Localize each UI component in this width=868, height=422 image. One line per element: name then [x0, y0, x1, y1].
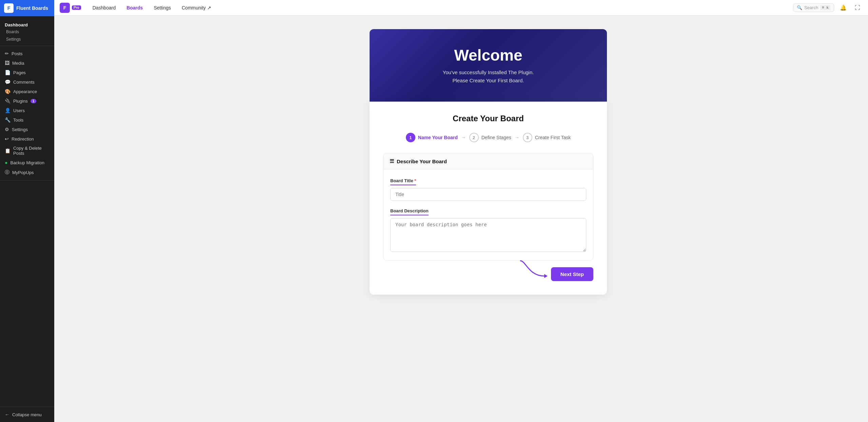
describe-body: Board Title * Board Description — [383, 169, 593, 260]
sidebar-item-appearance[interactable]: 🎨 Appearance — [0, 87, 54, 96]
appearance-icon: 🎨 — [5, 89, 11, 94]
topbar-nav-dashboard[interactable]: Dashboard — [88, 3, 121, 13]
welcome-title: Welcome — [383, 46, 593, 64]
board-description-label: Board Description — [390, 208, 429, 215]
sidebar-item-label-pages: Pages — [13, 70, 26, 75]
users-icon: 👤 — [5, 108, 11, 113]
redirection-icon: ↩ — [5, 136, 9, 142]
sidebar-nav-section: ✏ Posts 🖼 Media 📄 Pages 💬 Comments 🎨 App… — [0, 46, 54, 181]
welcome-subtitle: You've successfully Installed The Plugin… — [383, 68, 593, 85]
welcome-banner: Welcome You've successfully Installed Th… — [370, 29, 607, 102]
topbar-nav: Dashboard Boards Settings Community ↗ — [88, 3, 792, 13]
sidebar-dashboard-section: Dashboard Boards Settings — [0, 16, 54, 46]
sidebar-brand-label: Fluent Boards — [16, 5, 48, 11]
sidebar-item-backup[interactable]: ● Backup Migration — [0, 158, 54, 167]
dashboard-section-label: Dashboard — [0, 19, 54, 28]
topbar-logo: F Pro — [60, 3, 81, 13]
keyboard-shortcut: ⌘ k — [820, 5, 830, 10]
search-label: Search — [804, 5, 818, 10]
required-star: * — [414, 178, 416, 183]
tools-icon: 🔧 — [5, 117, 11, 123]
form-card: Create Your Board 1 Name Your Board → 2 … — [370, 102, 607, 295]
next-step-button[interactable]: Next Step — [551, 267, 593, 281]
copy-delete-icon: 📋 — [5, 148, 11, 153]
topbar-right: 🔍 Search ⌘ k 🔔 ⛶ — [793, 3, 863, 13]
sidebar-item-label-media: Media — [12, 61, 24, 66]
sidebar-item-pages[interactable]: 📄 Pages — [0, 68, 54, 77]
notification-button[interactable]: 🔔 — [838, 3, 848, 13]
plugins-badge: 1 — [31, 99, 37, 103]
sidebar-item-label-plugins: Plugins — [13, 99, 28, 104]
sidebar-item-label-comments: Comments — [13, 80, 35, 85]
sidebar-item-redirection[interactable]: ↩ Redirection — [0, 134, 54, 144]
sidebar-item-label-users: Users — [13, 108, 25, 113]
sidebar-item-label-backup: Backup Migration — [10, 160, 44, 165]
sidebar-item-users[interactable]: 👤 Users — [0, 106, 54, 115]
main-content: Welcome You've successfully Installed Th… — [108, 16, 868, 422]
comments-icon: 💬 — [5, 79, 11, 85]
search-icon: 🔍 — [797, 5, 802, 10]
board-title-input[interactable] — [390, 188, 586, 201]
sidebar-item-label-tools: Tools — [13, 118, 23, 123]
sidebar-item-label-settings: Settings — [12, 127, 28, 132]
sidebar-item-label-mypopups: MyPopUps — [12, 170, 34, 175]
sidebar-sub-settings[interactable]: Settings — [0, 36, 54, 43]
sidebar-item-collapse[interactable]: ← Collapse menu — [0, 410, 54, 419]
step-1-label: Name Your Board — [418, 135, 458, 140]
sidebar-item-label-collapse: Collapse menu — [12, 412, 42, 417]
center-card: Welcome You've successfully Installed Th… — [370, 29, 607, 295]
topbar: F Pro Dashboard Boards Settings Communit… — [54, 0, 868, 16]
step-arrow-1: → — [461, 135, 466, 140]
step-3: 3 Create First Task — [523, 133, 571, 142]
sidebar-logo-icon: F — [4, 3, 14, 13]
next-step-arrow — [519, 259, 549, 278]
sidebar-sub-boards[interactable]: Boards — [0, 28, 54, 36]
action-row: Next Step — [383, 267, 593, 281]
step-2-label: Define Stages — [481, 135, 511, 140]
sidebar: F Fluent Boards Dashboard Boards Setting… — [0, 0, 54, 422]
welcome-subtitle-line2: Please Create Your First Board. — [453, 78, 524, 83]
pro-badge: Pro — [72, 5, 81, 10]
plugins-icon: 🔌 — [5, 98, 11, 104]
sidebar-item-label-posts: Posts — [12, 51, 23, 56]
sidebar-item-label-redirection: Redirection — [12, 136, 34, 142]
settings-icon: ⚙ — [5, 127, 9, 132]
sidebar-item-comments[interactable]: 💬 Comments — [0, 77, 54, 87]
step-2: 2 Define Stages — [469, 133, 511, 142]
sidebar-item-settings[interactable]: ⚙ Settings — [0, 125, 54, 134]
sidebar-item-label-copy-delete: Copy & Delete Posts — [13, 146, 50, 156]
collapse-icon: ← — [5, 412, 9, 417]
sidebar-item-media[interactable]: 🖼 Media — [0, 58, 54, 68]
sidebar-item-plugins[interactable]: 🔌 Plugins 1 — [0, 96, 54, 106]
media-icon: 🖼 — [5, 60, 9, 66]
describe-header: ☰ Describe Your Board — [383, 153, 593, 169]
topbar-nav-boards[interactable]: Boards — [122, 3, 147, 13]
mypopups-icon: ⓪ — [5, 169, 9, 175]
fullscreen-button[interactable]: ⛶ — [852, 3, 863, 13]
step-1: 1 Name Your Board — [406, 133, 458, 142]
step-3-num: 3 — [523, 133, 532, 142]
describe-header-title: Describe Your Board — [397, 159, 447, 164]
step-2-num: 2 — [469, 133, 479, 142]
sidebar-item-posts[interactable]: ✏ Posts — [0, 49, 54, 58]
search-box[interactable]: 🔍 Search ⌘ k — [793, 3, 834, 12]
sidebar-bottom: ← Collapse menu — [0, 407, 54, 422]
welcome-subtitle-line1: You've successfully Installed The Plugin… — [443, 69, 534, 75]
sidebar-item-tools[interactable]: 🔧 Tools — [0, 115, 54, 125]
sidebar-brand[interactable]: F Fluent Boards — [0, 0, 54, 16]
pages-icon: 📄 — [5, 70, 11, 75]
step-arrow-2: → — [515, 135, 519, 140]
sidebar-item-label-appearance: Appearance — [13, 89, 37, 94]
sidebar-item-mypopups[interactable]: ⓪ MyPopUps — [0, 167, 54, 177]
topbar-nav-community[interactable]: Community ↗ — [177, 3, 216, 13]
svg-marker-0 — [544, 274, 548, 278]
sidebar-item-copy-delete[interactable]: 📋 Copy & Delete Posts — [0, 144, 54, 158]
posts-icon: ✏ — [5, 51, 9, 56]
topbar-nav-settings[interactable]: Settings — [149, 3, 176, 13]
step-1-num: 1 — [406, 133, 415, 142]
board-description-input[interactable] — [390, 218, 586, 252]
backup-icon: ● — [5, 160, 7, 165]
board-title-label: Board Title * — [390, 178, 416, 185]
describe-header-icon: ☰ — [390, 158, 394, 164]
step-indicator: 1 Name Your Board → 2 Define Stages → 3 … — [383, 133, 593, 142]
